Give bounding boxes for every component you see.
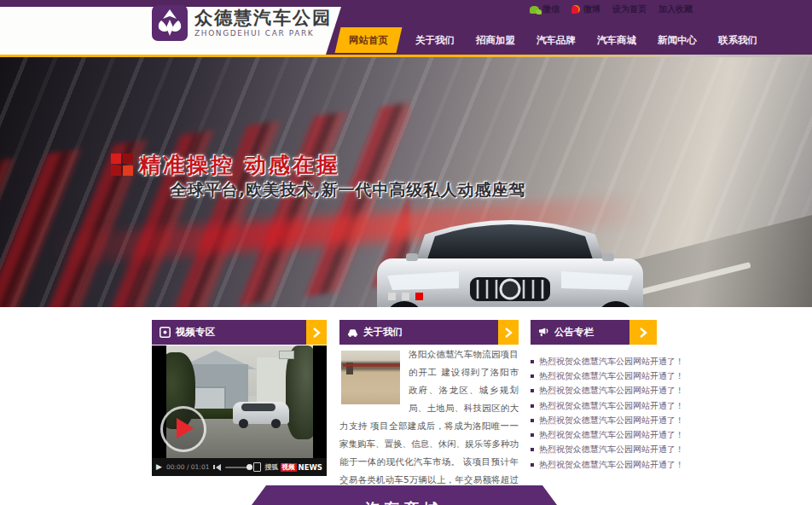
logo-title: 众德慧汽车公园 (194, 8, 332, 28)
add-favorite-link[interactable]: 加入收藏 (658, 3, 693, 15)
set-home-link[interactable]: 设为首页 (612, 3, 647, 15)
volume-icon[interactable] (213, 464, 221, 471)
bullet-icon (531, 419, 534, 422)
page: 微信 微博 设为首页 加入收藏 众德慧汽车公园 ZHONGDEHUI CAR P… (0, 0, 812, 505)
notice-item[interactable]: 热烈祝贺众德慧汽车公园网站开通了！ (531, 427, 657, 442)
logo-text: 众德慧汽车公园 ZHONGDEHUI CAR PARK (194, 8, 332, 38)
hero-title: 精准操控 动感在握 (139, 151, 340, 179)
bullet-icon (531, 360, 534, 363)
topbar: 微信 微博 设为首页 加入收藏 (530, 3, 693, 15)
nav-item-brands[interactable]: 汽车品牌 (531, 27, 581, 53)
video-icon (160, 327, 171, 338)
bullet-icon (531, 389, 534, 392)
nav-item-mall[interactable]: 汽车商城 (592, 27, 641, 53)
notice-more-button[interactable] (629, 320, 657, 345)
notice-item[interactable]: 热烈祝贺众德慧汽车公园网站开通了！ (531, 398, 657, 413)
notice-section-title: 公告专栏 (554, 326, 594, 339)
bullet-icon (531, 463, 534, 467)
about-section: 关于我们 洛阳众德慧汽车物流园项目的开工 建设得到了洛阳市政府、洛龙区、城乡规划… (339, 320, 519, 345)
video-player[interactable]: ▶ 00:00 / 01:01 搜狐 视频 NEWS (152, 345, 327, 476)
main-nav: 网站首页 关于我们 招商加盟 汽车品牌 汽车商城 新闻中心 联系我们 (338, 26, 763, 55)
about-header-bar: 关于我们 (339, 320, 498, 345)
chevron-right-icon (312, 328, 321, 338)
site-logo[interactable]: 众德慧汽车公园 ZHONGDEHUI CAR PARK (152, 5, 332, 41)
about-body: 洛阳众德慧汽车物流园项目的开工 建设得到了洛阳市政府、洛龙区、城乡规划局、土地局… (339, 345, 519, 505)
hero-mark-icon (111, 154, 133, 176)
notice-section: 公告专栏 热烈祝贺众德慧汽车公园网站开通了！ 热烈祝贺众德慧汽车公园网站开通了！… (531, 320, 657, 345)
bullet-icon (531, 448, 534, 451)
logo-subtitle: ZHONGDEHUI CAR PARK (194, 28, 332, 38)
weibo-label: 微博 (583, 3, 600, 15)
video-time: 00:00 / 01:01 (166, 463, 210, 471)
about-more-button[interactable] (498, 320, 519, 345)
notice-item[interactable]: 热烈祝贺众德慧汽车公园网站开通了！ (531, 457, 657, 472)
car-icon (347, 327, 358, 338)
wechat-label: 微信 (542, 3, 560, 15)
nav-item-join[interactable]: 招商加盟 (471, 27, 520, 53)
weibo-link[interactable]: 微博 (571, 3, 600, 15)
notice-section-header: 公告专栏 (531, 320, 657, 345)
sohu-brand: 搜狐 视频 NEWS (265, 462, 322, 472)
chevron-right-icon (504, 328, 513, 338)
video-more-button[interactable] (306, 320, 327, 345)
notice-item[interactable]: 热烈祝贺众德慧汽车公园网站开通了！ (531, 443, 657, 457)
wechat-link[interactable]: 微信 (530, 3, 560, 15)
hero-banner: 精准操控 动感在握 全球平台,欧美技术,新一代中高级私人动感座驾 (0, 57, 812, 307)
nav-item-home[interactable]: 网站首页 (335, 27, 403, 53)
video-section: 视频专区 ▶ 00:00 / 01 (152, 320, 327, 345)
play-button[interactable]: ▶ (156, 463, 162, 471)
hero-subtitle: 全球平台,欧美技术,新一代中高级私人动感座驾 (171, 179, 525, 201)
nav-item-contact[interactable]: 联系我们 (713, 27, 763, 53)
video-section-title: 视频专区 (176, 326, 215, 339)
weibo-icon (571, 5, 580, 14)
fullscreen-icon[interactable] (253, 462, 261, 472)
about-section-title: 关于我们 (363, 326, 403, 339)
nav-item-news[interactable]: 新闻中心 (652, 27, 702, 53)
slider-dot-2[interactable] (402, 293, 409, 300)
bullet-icon (531, 374, 534, 378)
street-sign (279, 351, 294, 359)
volume-slider[interactable] (225, 467, 249, 468)
slider-dot-3-active[interactable] (415, 293, 423, 300)
wechat-icon (530, 6, 539, 14)
nav-item-about[interactable]: 关于我们 (410, 27, 460, 53)
megaphone-icon (538, 327, 549, 338)
about-section-header: 关于我们 (339, 320, 519, 345)
notice-item[interactable]: 热烈祝贺众德慧汽车公园网站开通了！ (531, 369, 657, 383)
slider-dot-1[interactable] (388, 293, 396, 300)
video-header-bar: 视频专区 (152, 320, 306, 345)
bullet-icon (531, 404, 534, 408)
about-photo[interactable] (341, 351, 400, 404)
slider-knob[interactable] (246, 464, 252, 470)
notice-item[interactable]: 热烈祝贺众德慧汽车公园网站开通了！ (531, 354, 657, 369)
video-controls: ▶ 00:00 / 01:01 搜狐 视频 NEWS (152, 458, 327, 476)
chevron-right-icon (639, 328, 647, 338)
notice-header-bar: 公告专栏 (531, 320, 629, 345)
footer-section-band: 汽车商城 (237, 485, 571, 505)
notice-item[interactable]: 热烈祝贺众德慧汽车公园网站开通了！ (531, 413, 657, 427)
video-section-header: 视频专区 (152, 320, 327, 345)
bullet-icon (531, 433, 534, 437)
notice-item[interactable]: 热烈祝贺众德慧汽车公园网站开通了！ (531, 384, 657, 398)
slider-dots (388, 293, 423, 300)
play-overlay-button[interactable] (160, 406, 206, 452)
car-in-video (233, 402, 289, 424)
notice-list: 热烈祝贺众德慧汽车公园网站开通了！ 热烈祝贺众德慧汽车公园网站开通了！ 热烈祝贺… (531, 354, 657, 472)
hero-car-image (331, 183, 689, 307)
footer-section-heading: 汽车商城 (237, 499, 571, 505)
logo-icon (152, 5, 188, 41)
tree-right (286, 345, 313, 439)
